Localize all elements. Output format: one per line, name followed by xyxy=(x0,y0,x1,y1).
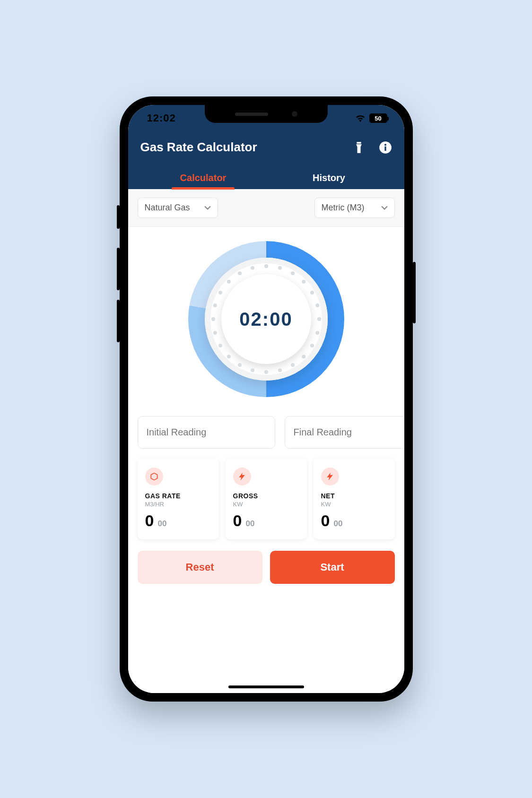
options-bar: Natural Gas Metric (M3) xyxy=(128,189,404,227)
phone-frame: 12:02 50 Gas Rate Calculator Calculator … xyxy=(120,96,413,702)
svg-rect-2 xyxy=(384,146,386,150)
main-content: 02:00 GAS RATE M3/HR 000 GROSS KW xyxy=(128,227,404,693)
gas-type-value: Natural Gas xyxy=(145,203,190,213)
bolt-icon xyxy=(233,468,251,486)
initial-reading-input[interactable] xyxy=(138,416,275,449)
home-indicator[interactable] xyxy=(228,685,304,688)
reset-button[interactable]: Reset xyxy=(138,551,262,584)
svg-point-3 xyxy=(384,144,386,146)
gross-card: GROSS KW 000 xyxy=(226,458,307,539)
notch xyxy=(205,105,328,123)
unit-value: Metric (M3) xyxy=(322,203,365,213)
gas-type-dropdown[interactable]: Natural Gas xyxy=(138,198,218,218)
tab-calculator[interactable]: Calculator xyxy=(140,167,266,189)
chevron-down-icon xyxy=(381,205,388,211)
screen: 12:02 50 Gas Rate Calculator Calculator … xyxy=(128,105,404,693)
final-reading-input[interactable] xyxy=(285,416,404,449)
tabs: Calculator History xyxy=(140,167,392,189)
cube-icon xyxy=(145,468,163,486)
flashlight-icon[interactable] xyxy=(352,141,366,154)
net-card: NET KW 000 xyxy=(314,458,395,539)
app-header: Gas Rate Calculator Calculator History xyxy=(128,131,404,189)
status-time: 12:02 xyxy=(147,112,176,124)
info-icon[interactable] xyxy=(379,141,392,154)
svg-rect-0 xyxy=(357,142,361,144)
gas-rate-card: GAS RATE M3/HR 000 xyxy=(138,458,219,539)
wifi-icon xyxy=(355,114,366,122)
timer-ring: 02:00 xyxy=(188,241,344,397)
battery-icon: 50 xyxy=(369,113,387,123)
start-button[interactable]: Start xyxy=(270,551,395,584)
unit-dropdown[interactable]: Metric (M3) xyxy=(314,198,395,218)
chevron-down-icon xyxy=(204,205,211,211)
bolt-icon xyxy=(321,468,339,486)
page-title: Gas Rate Calculator xyxy=(140,140,257,155)
tab-history[interactable]: History xyxy=(266,167,392,189)
